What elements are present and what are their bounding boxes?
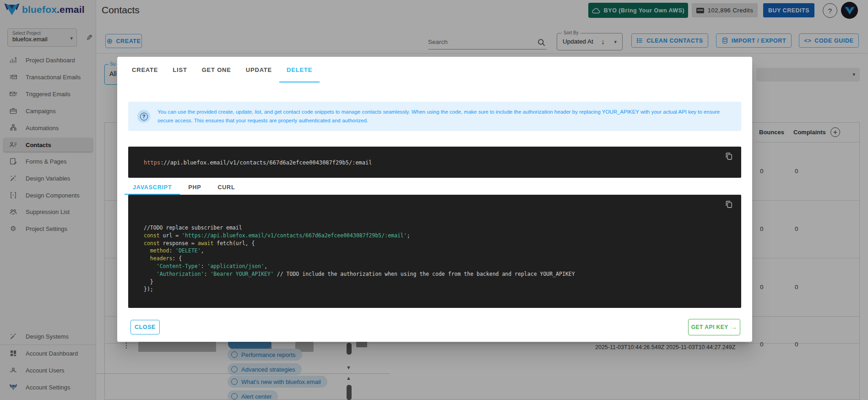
get-api-key-button[interactable]: GET API KEY → [688,319,740,335]
close-button[interactable]: CLOSE [130,320,160,334]
code-lines: //TODO replace subscriber emailconst url… [144,224,575,293]
copy-icon[interactable] [725,152,733,160]
tab-list[interactable]: LIST [165,57,194,82]
api-code-dialog: CREATELISTGET ONEUPDATEDELETE ? You can … [117,57,752,342]
app-root: bluefox.email Contacts BYO (Bring Your O… [0,0,868,400]
code-line: 'Authorization': 'Bearer YOUR_APIKEY' //… [144,270,575,278]
lang-tab-curl[interactable]: CURL [209,180,243,195]
code-line: } [144,278,575,286]
copy-icon[interactable] [725,200,733,208]
tab-get-one[interactable]: GET ONE [195,57,239,82]
code-line: method: 'DELETE', [144,247,575,255]
tab-delete[interactable]: DELETE [279,57,320,82]
code-line: const response = await fetch(url, { [144,240,575,247]
code-line: //TODO replace subscriber email [144,224,575,232]
tab-update[interactable]: UPDATE [239,57,279,82]
code-line: const url = 'https://api.bluefox.email/v… [144,232,575,240]
info-alert-text: You can use the provided create, update,… [157,108,732,125]
endpoint-url-bar: https://api.bluefox.email/v1/contacts/66… [128,147,741,178]
api-method-tabs: CREATELISTGET ONEUPDATEDELETE [125,57,320,82]
language-tabs: JAVASCRIPTPHPCURL [125,180,243,195]
code-snippet-block: //TODO replace subscriber emailconst url… [128,195,741,308]
lang-tab-php[interactable]: PHP [180,180,209,195]
tab-create[interactable]: CREATE [125,57,165,82]
code-line: headers: { [144,255,575,263]
lang-tab-javascript[interactable]: JAVASCRIPT [125,180,180,195]
code-line: }); [144,285,575,293]
arrow-right-icon: → [732,324,738,330]
info-alert: ? You can use the provided create, updat… [128,102,741,131]
code-line: 'Content-Type': 'application/json', [144,263,575,270]
endpoint-url: https://api.bluefox.email/v1/contacts/66… [144,159,372,166]
help-circle-icon: ? [137,110,150,123]
